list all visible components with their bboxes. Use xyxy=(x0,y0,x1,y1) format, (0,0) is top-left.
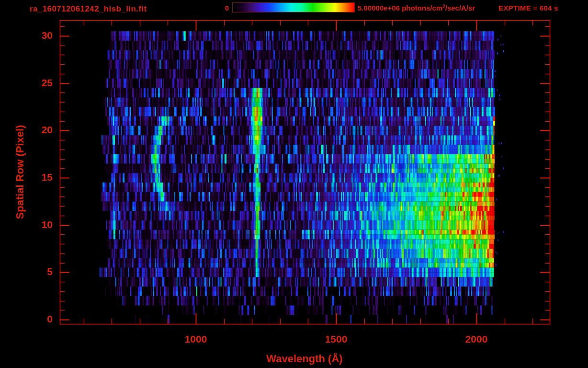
spectral-image-display: ra_160712061242_hisb_lin.fit 0 5.00000e+… xyxy=(0,0,588,368)
spectrogram-plot-canvas xyxy=(0,0,588,368)
